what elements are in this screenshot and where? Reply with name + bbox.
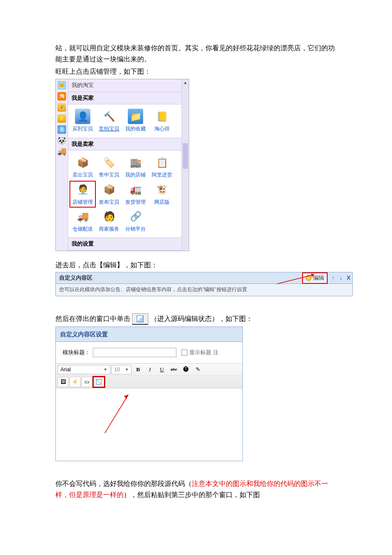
editor-textarea[interactable] xyxy=(56,388,242,461)
more-button[interactable]: ✎ xyxy=(192,364,203,375)
label: 售中宝贝 xyxy=(99,171,119,179)
label: 发布宝贝 xyxy=(99,198,119,206)
italic-button[interactable]: I xyxy=(144,364,156,375)
shop-icon: 🏬 xyxy=(128,155,143,170)
label: 发货管理 xyxy=(125,198,146,206)
seller-item-sold[interactable]: 📦卖出宝贝 xyxy=(70,154,95,180)
insert-flash-button[interactable]: ⚡ xyxy=(69,377,81,387)
recharge-icon[interactable]: 充 xyxy=(58,125,66,134)
bold-button[interactable]: B xyxy=(133,364,144,375)
buyer-item-bought[interactable]: 👤买到宝贝 xyxy=(70,108,95,134)
label: 买到宝贝 xyxy=(72,125,93,133)
scrollbar[interactable]: ▲ xyxy=(182,79,189,251)
text-color-button[interactable]: 🅣 xyxy=(180,364,191,375)
svg-marker-4 xyxy=(124,395,128,399)
seller-item-shipping[interactable]: 🚛发货管理 xyxy=(123,181,148,207)
paragraph-4: 然后在弹出的窗口中单击 （进入源码编辑状态），如下图： xyxy=(55,313,337,325)
seller-item-publish[interactable]: 📦发布宝贝 xyxy=(96,181,122,207)
buyer-grid: 👤买到宝贝 🔨竞拍宝贝 📁我的收藏 📒淘心得 xyxy=(68,104,182,137)
font-size-select[interactable]: 10▼ xyxy=(111,365,132,374)
text: ），然后粘贴到第三步中的那个窗口，如下图 xyxy=(124,491,260,498)
folder-icon: 📁 xyxy=(128,109,143,124)
custom-content-desc: 您可以在此模块内添加公告、店铺促销信息等内容，点击右边的"编辑"按钮进行设置 xyxy=(56,284,352,295)
text: 然后在弹出的窗口中单击 xyxy=(55,315,130,322)
label: 仓储配送 xyxy=(72,225,93,233)
show-title-checkbox[interactable] xyxy=(182,350,187,356)
module-title-label: 模块标题： xyxy=(63,348,90,357)
label: 商家服务 xyxy=(99,225,119,233)
truck-icon[interactable]: 🚚 xyxy=(58,147,66,156)
source-code-icon xyxy=(95,379,102,385)
scroll-thumb[interactable] xyxy=(183,143,188,169)
source-code-button[interactable] xyxy=(93,377,104,387)
left-icon-strip: 😊 淘 💰 ⭐ 充 🐼 🚚 xyxy=(56,79,68,251)
arrow-annotation xyxy=(103,393,137,435)
label: 网店版 xyxy=(154,198,170,206)
seller-item-shopmanage[interactable]: 🧑‍💼店铺管理 xyxy=(70,181,95,207)
font-value: Arial xyxy=(61,366,71,374)
text: （进入源码编辑状态），如下图： xyxy=(150,315,253,322)
show-title-label: 显示标题 注 xyxy=(189,348,219,357)
buyer-item-auction[interactable]: 🔨竞拍宝贝 xyxy=(96,108,122,134)
editor-toolbar: Arial▼ 10▼ B I U abc 🅣 ✎ 🖼 ⚡ ▭ xyxy=(56,363,242,388)
custom-content-bar-screenshot: 自定义内容区 编辑 ↑ ↓ X 您可以在此模块内添加公告、店铺促销信息等内容，点… xyxy=(55,272,353,296)
chevron-down-icon: ▼ xyxy=(104,367,107,373)
seller-item-onsale[interactable]: 🏷️售中宝贝 xyxy=(96,154,122,180)
paragraph-1: 站，就可以用自定义模块来装修你的首页。其实，你看见的好些花花绿绿的漂亮店，它们的… xyxy=(55,43,337,64)
label: 阿里进货 xyxy=(152,171,172,179)
bag-icon[interactable]: 💰 xyxy=(58,103,66,112)
underline-button[interactable]: U xyxy=(156,364,167,375)
source-code-icon-inline xyxy=(132,313,148,325)
seller-item-webshop[interactable]: 🐮网店版 xyxy=(149,181,175,207)
edit-button-label: 编辑 xyxy=(313,274,324,283)
buyer-item-tips[interactable]: 📒淘心得 xyxy=(149,108,175,134)
my-taobao-tab[interactable]: 我的淘宝 xyxy=(68,79,182,92)
gear-icon xyxy=(306,275,311,281)
chevron-down-icon: ▼ xyxy=(125,367,129,373)
label: 淘心得 xyxy=(154,125,170,133)
panda-icon[interactable]: 🐼 xyxy=(58,136,66,145)
book-icon: 📒 xyxy=(154,109,170,124)
clipboard-icon: 📋 xyxy=(154,155,170,170)
settings-section-header: 我的设置 xyxy=(68,237,182,251)
label: 店铺管理 xyxy=(72,198,93,206)
seller-item-alistock[interactable]: 📋阿里进货 xyxy=(149,154,175,180)
paragraph-5: 你不会写代码，选好我给你你的那段源代码（注意本文中的图示和我给你的代码的图示不一… xyxy=(55,478,337,500)
face-icon[interactable]: 😊 xyxy=(58,81,66,90)
warehouse-truck-icon: 🚚 xyxy=(75,209,90,224)
font-family-select[interactable]: Arial▼ xyxy=(58,365,110,374)
move-down-icon[interactable]: ↓ xyxy=(337,274,344,282)
paragraph-2: 旺旺上点击店铺管理，如下图： xyxy=(55,66,337,77)
edit-button[interactable]: 编辑 xyxy=(302,272,328,284)
person-box-icon: 👤 xyxy=(75,109,90,124)
label: 我的收藏 xyxy=(125,125,146,133)
tao-icon[interactable]: 淘 xyxy=(58,92,66,101)
seller-item-service[interactable]: 🧑商家服务 xyxy=(96,208,122,234)
boxes-icon: 📦 xyxy=(101,182,117,197)
paragraph-3: 进去后，点击【编辑】，如下图： xyxy=(55,260,337,271)
sale-icon: 🏷️ xyxy=(101,155,117,170)
text: 你不会写代码，选好我给你你的那段源代码（ xyxy=(55,480,192,487)
gavel-icon: 🔨 xyxy=(101,109,117,124)
module-title-input[interactable] xyxy=(93,348,176,357)
manage-icon: 🧑‍💼 xyxy=(75,182,90,197)
buyer-item-favorites[interactable]: 📁我的收藏 xyxy=(123,108,148,134)
scroll-up-icon[interactable]: ▲ xyxy=(182,79,189,86)
star-icon[interactable]: ⭐ xyxy=(58,114,66,123)
custom-content-title: 自定义内容区 xyxy=(56,274,302,283)
box-out-icon: 📦 xyxy=(75,155,90,170)
seller-item-warehouse[interactable]: 🚚仓储配送 xyxy=(70,208,95,234)
buyer-section-header: 我是买家 xyxy=(68,92,182,105)
close-icon[interactable]: X xyxy=(345,274,352,282)
label: 竞拍宝贝 xyxy=(99,125,119,133)
service-person-icon: 🧑 xyxy=(101,209,117,224)
insert-image-button[interactable]: 🖼 xyxy=(58,377,69,387)
taobao-sidebar-screenshot: 😊 淘 💰 ⭐ 充 🐼 🚚 我的淘宝 我是买家 👤买到宝贝 🔨竞拍宝贝 📁我的收… xyxy=(55,79,189,251)
strikethrough-button[interactable]: abc xyxy=(168,364,179,375)
seller-item-distribute[interactable]: 🔗分销平台 xyxy=(123,208,148,234)
delivery-truck-icon: 🚛 xyxy=(128,182,143,197)
insert-widget-button[interactable]: ▭ xyxy=(81,377,92,387)
move-up-icon[interactable]: ↑ xyxy=(330,274,337,282)
seller-item-myshop[interactable]: 🏬我的店铺 xyxy=(123,154,148,180)
size-value: 10 xyxy=(114,366,120,374)
